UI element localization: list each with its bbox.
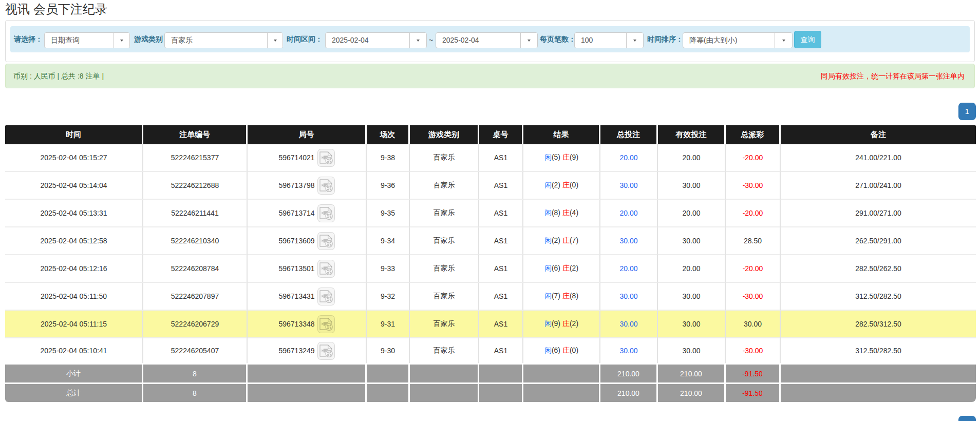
cell-table: AS1 — [479, 144, 523, 172]
cell-game-type: 百家乐 — [410, 283, 479, 311]
date-from-dropdown-button[interactable] — [409, 33, 426, 48]
cell-valid-bet: 20.00 — [658, 200, 726, 227]
col-game-type: 游戏类别 — [410, 125, 479, 144]
date-to-dropdown-button[interactable] — [520, 33, 537, 48]
game-type-combobox[interactable]: 百家乐 — [164, 32, 283, 48]
cell-bet-id: 522246215377 — [143, 144, 248, 172]
cell-total-bet[interactable]: 20.00 — [600, 144, 658, 172]
cell-session: 9-38 — [367, 144, 410, 172]
date-to-picker[interactable]: 2025-02-04 — [436, 32, 538, 48]
page-size-combobox[interactable]: 100 — [574, 32, 644, 48]
cell-table: AS1 — [479, 283, 523, 311]
cell-total-bet[interactable]: 20.00 — [600, 200, 658, 227]
cell-time: 2025-02-04 05:14:04 — [5, 172, 143, 200]
video-file-icon — [319, 151, 333, 164]
result-player: 闲 — [544, 181, 552, 189]
result-player-count: (8) — [552, 208, 560, 217]
cell-payout: 30.00 — [726, 311, 781, 338]
round-id-value: 596713348 — [278, 320, 314, 328]
table-row: 2025-02-04 05:12:58 522246210340 5967136… — [5, 227, 976, 255]
summary-bar: 币别 : 人民币 | 总共 :8 注单 | 同局有效投注，统一计算在该局第一张注… — [5, 64, 975, 88]
cell-total-bet[interactable]: 30.00 — [600, 227, 658, 255]
cell-total-bet[interactable]: 30.00 — [600, 338, 658, 363]
video-replay-button[interactable] — [317, 177, 335, 195]
video-file-icon — [319, 207, 333, 220]
cell-game-type: 百家乐 — [410, 172, 479, 200]
cell-payout: -20.00 — [726, 255, 781, 283]
result-player: 闲 — [544, 346, 552, 354]
query-type-combobox[interactable]: 日期查询 — [44, 32, 130, 48]
cell-time: 2025-02-04 05:15:27 — [5, 144, 143, 172]
cell-result: 闲(8) 庄(4) — [523, 200, 600, 227]
page-size-label: 每页笔数： — [540, 26, 576, 52]
pagination-page-1-bottom[interactable]: 1 — [958, 416, 976, 421]
col-round-id: 局号 — [248, 125, 367, 144]
table-footer-row: 总计 8 210.00 210.00 -91.50 — [5, 382, 976, 402]
cell-bet-id: 522246208784 — [143, 255, 248, 283]
footer-valid-bet: 210.00 — [658, 382, 726, 402]
cell-valid-bet: 30.00 — [658, 338, 726, 363]
result-banker: 庄 — [562, 153, 570, 161]
video-replay-button[interactable] — [317, 288, 335, 305]
time-sort-value: 降幂(由大到小) — [683, 33, 775, 48]
round-id-value: 596713798 — [278, 181, 314, 189]
footer-empty-cell — [248, 382, 367, 402]
pagination-page-1-top[interactable]: 1 — [958, 103, 976, 120]
result-player-count: (2) — [552, 181, 560, 189]
result-player: 闲 — [544, 208, 552, 217]
cell-bet-id: 522246210340 — [143, 227, 248, 255]
select-type-label: 请选择： — [14, 26, 43, 52]
table-row: 2025-02-04 05:12:16 522246208784 5967135… — [5, 255, 976, 283]
search-button[interactable]: 查询 — [794, 31, 821, 48]
caret-down-icon — [274, 40, 277, 42]
game-type-dropdown-button[interactable] — [267, 33, 282, 48]
cell-game-type: 百家乐 — [410, 338, 479, 363]
cell-result: 闲(6) 庄(2) — [523, 255, 600, 283]
round-id-value: 596713609 — [278, 237, 314, 245]
result-banker: 庄 — [562, 236, 570, 244]
time-sort-combobox[interactable]: 降幂(由大到小) — [683, 32, 793, 48]
cell-session: 9-32 — [367, 283, 410, 311]
cell-table: AS1 — [479, 200, 523, 227]
cell-valid-bet: 30.00 — [658, 311, 726, 338]
cell-time: 2025-02-04 05:10:41 — [5, 338, 143, 363]
caret-down-icon — [782, 40, 785, 42]
cell-total-bet[interactable]: 20.00 — [600, 255, 658, 283]
cell-total-bet[interactable]: 30.00 — [600, 172, 658, 200]
query-type-dropdown-button[interactable] — [114, 33, 129, 48]
cell-valid-bet: 30.00 — [658, 283, 726, 311]
footer-empty-cell — [479, 363, 523, 382]
video-replay-button[interactable] — [317, 149, 335, 167]
footer-empty-cell — [367, 382, 410, 402]
result-player-count: (5) — [552, 153, 560, 161]
page-size-dropdown-button[interactable] — [626, 33, 643, 48]
footer-bet-count: 8 — [143, 363, 248, 382]
table-row: 2025-02-04 05:11:15 522246206729 5967133… — [5, 311, 976, 338]
cell-round-id: 596713714 — [248, 200, 367, 227]
video-replay-button[interactable] — [317, 260, 335, 278]
time-sort-dropdown-button[interactable] — [775, 33, 792, 48]
result-banker-count: (4) — [570, 208, 578, 217]
result-banker-count: (0) — [570, 346, 578, 354]
caret-down-icon — [633, 40, 636, 42]
video-replay-button[interactable] — [317, 232, 335, 250]
footer-empty-cell — [523, 382, 600, 402]
range-tilde: ~ — [429, 32, 433, 48]
date-from-picker[interactable]: 2025-02-04 — [325, 32, 427, 48]
video-replay-button[interactable] — [317, 204, 335, 222]
query-type-value: 日期查询 — [45, 33, 114, 48]
cell-table: AS1 — [479, 338, 523, 363]
footer-remark — [781, 363, 976, 382]
cell-remark: 312.50/282.50 — [781, 283, 976, 311]
cell-result: 闲(7) 庄(8) — [523, 283, 600, 311]
result-banker-count: (8) — [570, 292, 578, 300]
cell-total-bet[interactable]: 30.00 — [600, 283, 658, 311]
cell-session: 9-33 — [367, 255, 410, 283]
game-type-value: 百家乐 — [165, 33, 267, 48]
cell-total-bet[interactable]: 30.00 — [600, 311, 658, 338]
footer-empty-cell — [523, 363, 600, 382]
cell-valid-bet: 20.00 — [658, 255, 726, 283]
video-replay-button[interactable] — [317, 315, 335, 333]
cell-bet-id: 522246205407 — [143, 338, 248, 363]
video-replay-button[interactable] — [317, 342, 335, 360]
